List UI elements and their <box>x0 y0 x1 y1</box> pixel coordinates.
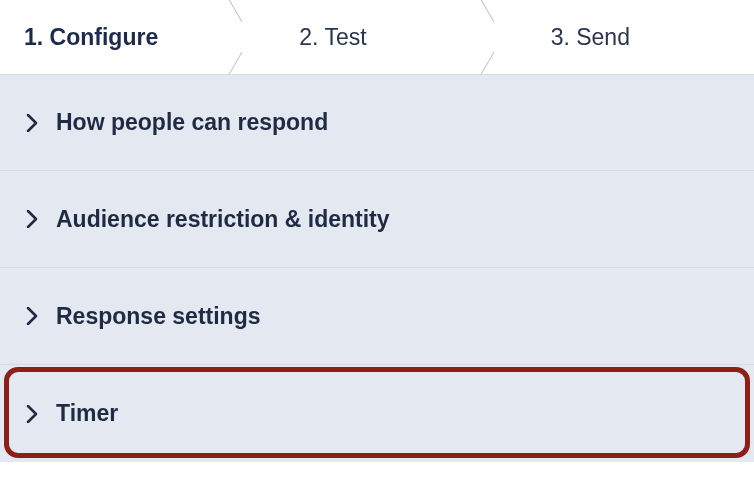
panel-timer[interactable]: Timer <box>0 365 754 462</box>
panel-title: Response settings <box>56 303 261 330</box>
panel-response-settings[interactable]: Response settings <box>0 268 754 365</box>
settings-panel-list: How people can respond Audience restrict… <box>0 74 754 462</box>
wizard-step-label: 2. Test <box>251 24 366 51</box>
panel-audience-restriction-identity[interactable]: Audience restriction & identity <box>0 171 754 268</box>
wizard-step-send[interactable]: 3. Send <box>503 0 754 74</box>
panel-title: Audience restriction & identity <box>56 206 390 233</box>
chevron-right-icon <box>22 404 42 424</box>
wizard-step-configure[interactable]: 1. Configure <box>0 0 251 74</box>
chevron-right-icon <box>22 306 42 326</box>
wizard-stepper: 1. Configure 2. Test 3. Send <box>0 0 754 74</box>
wizard-step-label: 1. Configure <box>0 24 158 51</box>
wizard-step-test[interactable]: 2. Test <box>251 0 502 74</box>
panel-how-people-can-respond[interactable]: How people can respond <box>0 74 754 171</box>
panel-title: Timer <box>56 400 118 427</box>
wizard-step-label: 3. Send <box>503 24 630 51</box>
chevron-right-icon <box>22 209 42 229</box>
chevron-right-icon <box>22 113 42 133</box>
panel-title: How people can respond <box>56 109 328 136</box>
